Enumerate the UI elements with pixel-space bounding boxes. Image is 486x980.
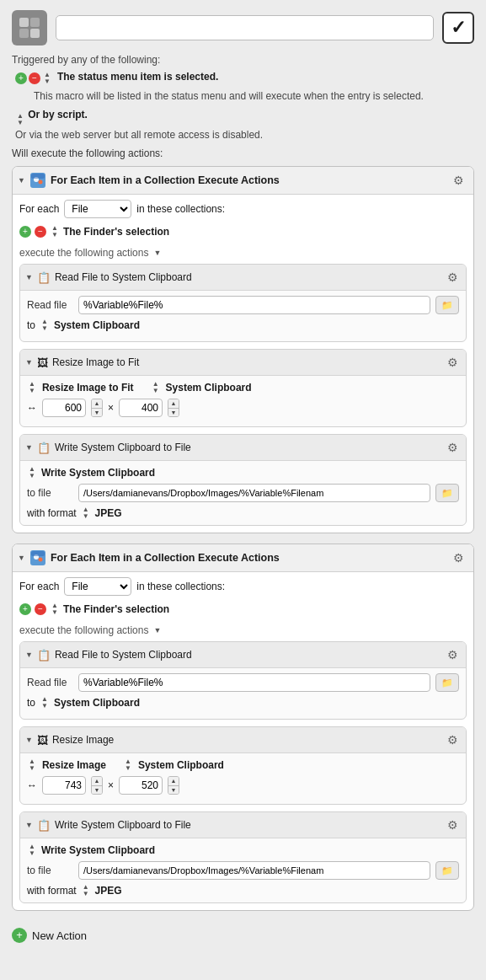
execute-arrow-2[interactable]: ▼ [153,626,161,635]
gear-button-block1[interactable]: ⚙ [450,172,467,189]
read-file-field-2: Read file 📁 [27,673,459,692]
trigger-text: The status menu item is selected. [57,71,218,83]
resize-clipboard-label-1: System Clipboard [166,382,252,394]
collapse-read-1[interactable]: ▼ [25,273,33,281]
collapse-read-2[interactable]: ▼ [25,651,33,659]
read-file-header-2: ▼ 📋 Read File to System Clipboard ⚙ [20,642,466,668]
gear-read-2[interactable]: ⚙ [444,646,461,663]
for-each-select-1[interactable]: File [64,200,131,218]
inner-actions-2: ▼ 📋 Read File to System Clipboard ⚙ Read… [13,641,473,910]
to-file-input-2[interactable] [78,861,430,880]
format-row-2: with format ▲▼ JPEG [27,884,459,897]
for-each-select-2[interactable]: File [64,577,131,596]
add-collection-1[interactable]: + [19,226,31,238]
gear-resize-2[interactable]: ⚙ [444,731,461,748]
read-file-input-1[interactable] [78,296,430,314]
remove-collection-1[interactable]: − [35,226,46,238]
collection-reorder-1[interactable]: ▲▼ [51,225,58,238]
width-stepper-2[interactable]: ▲▼ [91,776,103,795]
trigger-reorder[interactable]: ▲▼ [44,72,51,85]
to-file-input-1[interactable] [78,484,430,502]
file-browse-btn-2[interactable]: 📁 [435,673,459,692]
collapse-write-1[interactable]: ▼ [25,443,33,452]
macro-title-input[interactable]: Copy and resize finder images [56,15,434,40]
clipboard-arrows-2[interactable]: ▲▼ [125,758,131,772]
file-browse-btn-1[interactable]: 📁 [435,296,459,314]
finder-icon-2 [30,550,45,565]
execute-row-2: execute the following actions ▼ [13,621,473,641]
read-file-icon-2: 📋 [37,649,51,661]
width-input-1[interactable] [42,399,86,417]
gear-write-1[interactable]: ⚙ [444,439,461,456]
collapse-resize-2[interactable]: ▼ [25,736,33,744]
height-input-2[interactable] [119,776,163,795]
resize-arrows-2[interactable]: ▲▼ [29,758,35,772]
remove-collection-2[interactable]: − [35,603,46,615]
file-browse-write-2[interactable]: 📁 [435,861,459,880]
height-stepper-2[interactable]: ▲▼ [168,776,179,795]
collapse-icon-2[interactable]: ▼ [18,554,25,562]
collection-block-2: ▼ For Each Item in a Collection Execute … [12,544,474,911]
width-input-2[interactable] [42,776,86,795]
width-stepper-1[interactable]: ▲▼ [91,399,103,417]
write-arrows-2[interactable]: ▲▼ [29,843,35,857]
format-arrows-1[interactable]: ▲▼ [83,506,89,520]
add-trigger-button[interactable]: + [15,72,27,84]
read-file-title-2: Read File to System Clipboard [55,649,192,661]
new-action-label[interactable]: New Action [32,929,87,942]
format-row-1: with format ▲▼ JPEG [27,506,459,520]
resize-labels-1: ▲▼ Resize Image to Fit ▲▼ System Clipboa… [27,381,459,394]
read-file-label-2: Read file [27,677,73,688]
write-block-1: ▼ 📋 Write System Clipboard to File ⚙ ▲▼ … [19,434,467,526]
add-collection-2[interactable]: + [19,603,31,615]
execute-arrow-1[interactable]: ▼ [153,249,161,257]
read-file-field-1: Read file 📁 [27,296,459,314]
collection-block-1-header: ▼ For Each Item in a Collection Execute … [13,167,473,195]
collapse-write-2[interactable]: ▼ [25,821,33,829]
write-body-1: ▲▼ Write System Clipboard to file 📁 with… [20,461,466,525]
collection-block-1: ▼ For Each Item in a Collection Execute … [12,166,474,533]
to-file-label-2: to file [27,865,73,876]
write-title-1: Write System Clipboard to File [55,442,191,453]
resize-dims-1: ↔ ▲▼ × ▲▼ [27,399,459,417]
svg-rect-11 [31,551,45,556]
collection-block-2-header: ▼ For Each Item in a Collection Execute … [13,544,473,572]
checkmark-button[interactable]: ✓ [442,12,474,44]
format-arrows-2[interactable]: ▲▼ [83,884,89,897]
resize-header-2: ▼ 🖼 Resize Image ⚙ [20,727,466,753]
resize-labels-2: ▲▼ Resize Image ▲▼ System Clipboard [27,758,459,772]
collection-reorder-2[interactable]: ▲▼ [51,602,58,616]
svg-rect-1 [30,18,40,27]
will-execute-label: Will execute the following actions: [12,147,474,159]
triggered-by-label: Triggered by any of the following: [12,54,474,66]
resize-block-1: ▼ 🖼 Resize Image to Fit ⚙ ▲▼ Resize Imag… [19,349,467,427]
remove-trigger-button[interactable]: − [29,72,40,84]
read-file-header-1: ▼ 📋 Read File to System Clipboard ⚙ [20,265,466,291]
write-arrows-1[interactable]: ▲▼ [29,466,35,479]
resize-header-1: ▼ 🖼 Resize Image to Fit ⚙ [20,350,466,376]
gear-write-2[interactable]: ⚙ [444,817,461,833]
new-action-button[interactable]: + [12,928,27,943]
finder-icon-1 [30,173,45,188]
collection-block-1-title: For Each Item in a Collection Execute Ac… [51,174,280,186]
height-input-1[interactable] [119,399,163,417]
to-arrows-1[interactable]: ▲▼ [41,319,48,332]
finder-selection-row-2: + − ▲▼ The Finder's selection [13,601,473,621]
read-file-input-2[interactable] [78,673,430,692]
finder-selection-row-1: + − ▲▼ The Finder's selection [13,223,473,244]
inner-actions-1: ▼ 📋 Read File to System Clipboard ⚙ Read… [13,264,473,533]
gear-resize-1[interactable]: ⚙ [444,354,461,371]
in-these-label-1: in these collections: [136,203,225,215]
write-to-file-row-1: to file 📁 [27,484,459,502]
gear-button-block2[interactable]: ⚙ [450,549,467,566]
collapse-resize-1[interactable]: ▼ [25,358,33,367]
execute-row-1: execute the following actions ▼ [13,244,473,264]
gear-read-1[interactable]: ⚙ [444,269,461,286]
to-arrows-2[interactable]: ▲▼ [41,696,48,710]
write-header-2: ▼ 📋 Write System Clipboard to File ⚙ [20,812,466,838]
clipboard-arrows-1[interactable]: ▲▼ [152,381,159,394]
file-browse-write-1[interactable]: 📁 [435,484,459,502]
resize-arrows-1[interactable]: ▲▼ [29,381,35,394]
collapse-icon-1[interactable]: ▼ [18,176,25,185]
height-stepper-1[interactable]: ▲▼ [168,399,179,417]
